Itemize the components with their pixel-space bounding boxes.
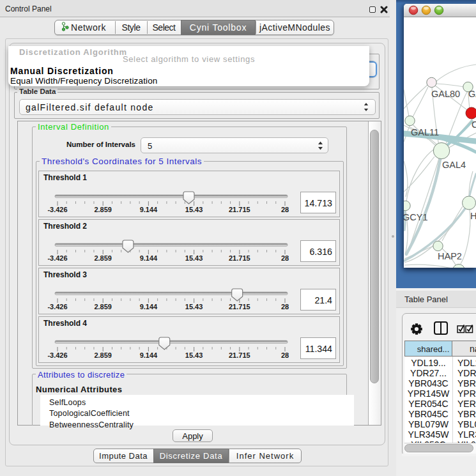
svg-text:H: H: [470, 211, 476, 221]
svg-text:28: 28: [281, 206, 289, 213]
svg-text:2.859: 2.859: [94, 303, 112, 311]
svg-text:GAL80: GAL80: [431, 89, 460, 99]
svg-text:15.43: 15.43: [185, 351, 203, 359]
svg-text:-3.426: -3.426: [47, 254, 67, 262]
svg-text:-3.426: -3.426: [47, 206, 67, 213]
svg-text:2.859: 2.859: [94, 254, 112, 262]
svg-text:-3.426: -3.426: [47, 351, 67, 359]
svg-text:2.859: 2.859: [94, 206, 112, 213]
svg-text:9.144: 9.144: [140, 351, 158, 359]
svg-text:15.43: 15.43: [185, 254, 203, 262]
svg-text:21.715: 21.715: [229, 254, 250, 262]
svg-text:9.144: 9.144: [140, 303, 158, 311]
svg-text:-3.426: -3.426: [47, 303, 67, 311]
svg-text:C: C: [472, 119, 476, 130]
svg-text:21.715: 21.715: [229, 206, 250, 213]
svg-text:9.144: 9.144: [140, 206, 158, 213]
svg-text:15.43: 15.43: [185, 206, 203, 213]
svg-text:GCY1: GCY1: [404, 212, 428, 222]
svg-text:28: 28: [281, 254, 289, 262]
svg-text:GAL11: GAL11: [411, 127, 439, 137]
svg-text:28: 28: [281, 303, 289, 311]
svg-text:15.43: 15.43: [185, 303, 203, 311]
svg-text:9.144: 9.144: [140, 254, 158, 262]
svg-text:21.715: 21.715: [229, 303, 250, 311]
svg-text:28: 28: [281, 351, 289, 359]
svg-text:21.715: 21.715: [229, 351, 250, 359]
svg-text:GAL4: GAL4: [442, 160, 466, 170]
svg-text:2.859: 2.859: [94, 351, 112, 359]
svg-text:HAP2: HAP2: [438, 251, 462, 261]
svg-text:GA: GA: [468, 89, 476, 99]
